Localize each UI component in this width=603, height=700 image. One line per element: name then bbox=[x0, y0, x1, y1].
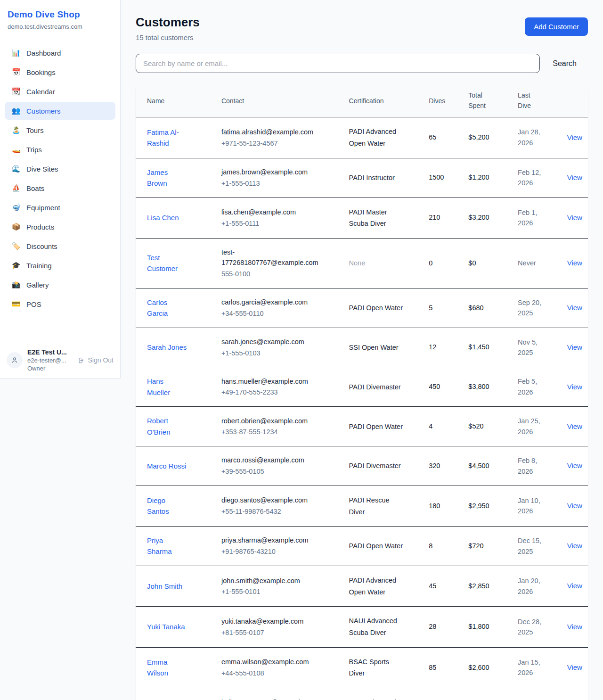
sidebar-item-pos[interactable]: 💳 POS bbox=[5, 295, 115, 313]
view-link[interactable]: View bbox=[567, 422, 582, 430]
customer-name-link[interactable]: Test Customer bbox=[147, 252, 188, 274]
view-link[interactable]: View bbox=[567, 173, 582, 181]
customer-dives: 0 bbox=[423, 238, 463, 288]
tag-icon: 🏷️ bbox=[11, 242, 21, 250]
customer-last-dive: Feb 5, 2026 bbox=[518, 376, 545, 397]
view-link[interactable]: View bbox=[567, 663, 582, 671]
sidebar-item-label: Discounts bbox=[26, 242, 57, 250]
customer-name-link[interactable]: Sarah Jones bbox=[147, 342, 187, 353]
customer-certification: SSI Open Water bbox=[349, 342, 399, 354]
customers-table: Name Contact Certification Dives Total S… bbox=[136, 84, 588, 700]
people-icon: 👥 bbox=[11, 107, 21, 115]
sidebar-item-label: Bookings bbox=[26, 68, 56, 76]
customer-last-dive: Nov 5, 2025 bbox=[518, 337, 545, 358]
user-info: E2E Test U... e2e-tester@... Owner bbox=[27, 348, 73, 372]
sidebar-item-products[interactable]: 📦 Products bbox=[5, 218, 115, 236]
customer-name-link[interactable]: Robert O'Brien bbox=[147, 415, 188, 437]
customer-dives: 1500 bbox=[423, 158, 463, 198]
view-link[interactable]: View bbox=[567, 259, 582, 267]
sidebar-item-training[interactable]: 🎓 Training bbox=[5, 256, 115, 274]
customer-name-link[interactable]: Diego Santos bbox=[147, 495, 188, 517]
sidebar-item-dive-sites[interactable]: 🌊 Dive Sites bbox=[5, 160, 115, 178]
wave-icon: 🌊 bbox=[11, 165, 21, 173]
view-link[interactable]: View bbox=[567, 383, 582, 391]
customer-certification: PADI Open Water bbox=[349, 540, 403, 552]
customer-dives: 45 bbox=[423, 566, 463, 607]
sidebar-item-gallery[interactable]: 📸 Gallery bbox=[5, 276, 115, 294]
customer-phone: 555-0100 bbox=[221, 269, 338, 280]
customer-dives: 320 bbox=[423, 446, 463, 486]
customer-certification: PADI Advanced Open Water bbox=[349, 126, 406, 149]
customer-certification: PADI Divemaster bbox=[349, 381, 401, 393]
customer-last-dive: Jan 20, 2026 bbox=[518, 576, 545, 597]
view-link[interactable]: View bbox=[567, 502, 582, 510]
view-link[interactable]: View bbox=[567, 214, 582, 222]
customer-name-link[interactable]: Marco Rossi bbox=[147, 461, 186, 471]
sidebar-item-trips[interactable]: 🚤 Trips bbox=[5, 140, 115, 158]
table-row: Marco Rossi marco.rossi@example.com +39-… bbox=[136, 446, 588, 486]
customer-dives: 65 bbox=[423, 117, 463, 158]
sidebar-item-label: Trips bbox=[26, 146, 42, 154]
table-row: Keiko Yamamoto keiko.yamamoto@example.co… bbox=[136, 688, 588, 700]
view-link[interactable]: View bbox=[567, 582, 582, 590]
sidebar-item-tours[interactable]: 🏝️ Tours bbox=[5, 121, 115, 139]
sign-out-label: Sign Out bbox=[88, 356, 114, 364]
avatar bbox=[7, 352, 23, 368]
sidebar-item-label: Customers bbox=[26, 107, 61, 115]
customer-email: test-1772681807767@example.com bbox=[221, 247, 319, 268]
customer-dives: 450 bbox=[423, 367, 463, 407]
sidebar-item-label: POS bbox=[26, 300, 41, 308]
customer-phone: +971-55-123-4567 bbox=[221, 139, 338, 149]
sidebar-item-discounts[interactable]: 🏷️ Discounts bbox=[5, 237, 115, 255]
customer-last-dive: Feb 8, 2026 bbox=[518, 455, 545, 477]
customer-name-link[interactable]: Yuki Tanaka bbox=[147, 621, 185, 632]
customer-certification: PADI Open Water bbox=[349, 302, 403, 314]
customer-name-link[interactable]: Keiko Yamamoto bbox=[147, 697, 188, 700]
customer-email: james.brown@example.com bbox=[221, 167, 308, 177]
view-link[interactable]: View bbox=[567, 623, 582, 631]
sidebar: Demo Dive Shop demo.test.divestreams.com… bbox=[0, 0, 121, 379]
customer-last-dive: Feb 10, 2026 bbox=[518, 698, 545, 700]
customer-name-link[interactable]: Emma Wilson bbox=[147, 657, 188, 679]
customer-total-spent: $2,850 bbox=[463, 566, 512, 607]
sidebar-item-label: Dive Sites bbox=[26, 165, 58, 173]
customer-name-link[interactable]: Carlos Garcia bbox=[147, 297, 188, 319]
customer-name-link[interactable]: Lisa Chen bbox=[147, 212, 179, 223]
customer-email: lisa.chen@example.com bbox=[221, 207, 296, 217]
customer-total-spent: $1,800 bbox=[463, 607, 512, 647]
sidebar-item-boats[interactable]: ⛵ Boats bbox=[5, 179, 115, 197]
sidebar-item-customers[interactable]: 👥 Customers bbox=[5, 102, 115, 120]
view-link[interactable]: View bbox=[567, 304, 582, 312]
view-link[interactable]: View bbox=[567, 461, 582, 469]
customer-email: yuki.tanaka@example.com bbox=[221, 616, 303, 626]
customer-name-link[interactable]: Fatima Al-Rashid bbox=[147, 127, 188, 149]
sidebar-item-calendar[interactable]: 📆 Calendar bbox=[5, 82, 115, 100]
main-content: Customers 15 total customers Add Custome… bbox=[121, 0, 603, 700]
customer-name-link[interactable]: John Smith bbox=[147, 581, 182, 592]
customer-name-link[interactable]: Hans Mueller bbox=[147, 376, 188, 398]
customer-total-spent: $680 bbox=[463, 288, 512, 328]
search-input[interactable] bbox=[136, 54, 540, 73]
sidebar-item-label: Boats bbox=[26, 184, 44, 192]
sidebar-item-dashboard[interactable]: 📊 Dashboard bbox=[5, 44, 115, 62]
add-customer-button[interactable]: Add Customer bbox=[525, 17, 588, 36]
table-row: Lisa Chen lisa.chen@example.com +1-555-0… bbox=[136, 198, 588, 238]
search-button[interactable]: Search bbox=[540, 59, 588, 68]
view-link[interactable]: View bbox=[567, 133, 582, 141]
sidebar-item-equipment[interactable]: 🤿 Equipment bbox=[5, 198, 115, 216]
customer-dives: 5 bbox=[423, 288, 463, 328]
view-link[interactable]: View bbox=[567, 542, 582, 550]
customer-name-link[interactable]: Priya Sharma bbox=[147, 535, 188, 557]
customer-name-link[interactable]: James Brown bbox=[147, 167, 188, 189]
customer-phone: +34-555-0110 bbox=[221, 309, 338, 319]
customer-phone: +1-555-0103 bbox=[221, 348, 338, 359]
sidebar-item-bookings[interactable]: 📅 Bookings bbox=[5, 63, 115, 81]
table-row: Diego Santos diego.santos@example.com +5… bbox=[136, 486, 588, 526]
view-link[interactable]: View bbox=[567, 343, 582, 351]
tear-off-calendar-icon: 📆 bbox=[11, 87, 21, 96]
shop-name: Demo Dive Shop bbox=[8, 9, 113, 20]
table-row: Emma Wilson emma.wilson@example.com +44-… bbox=[136, 647, 588, 688]
user-role: Owner bbox=[27, 365, 73, 372]
sign-out-button[interactable]: Sign Out bbox=[78, 356, 114, 364]
table-row: Fatima Al-Rashid fatima.alrashid@example… bbox=[136, 117, 588, 158]
